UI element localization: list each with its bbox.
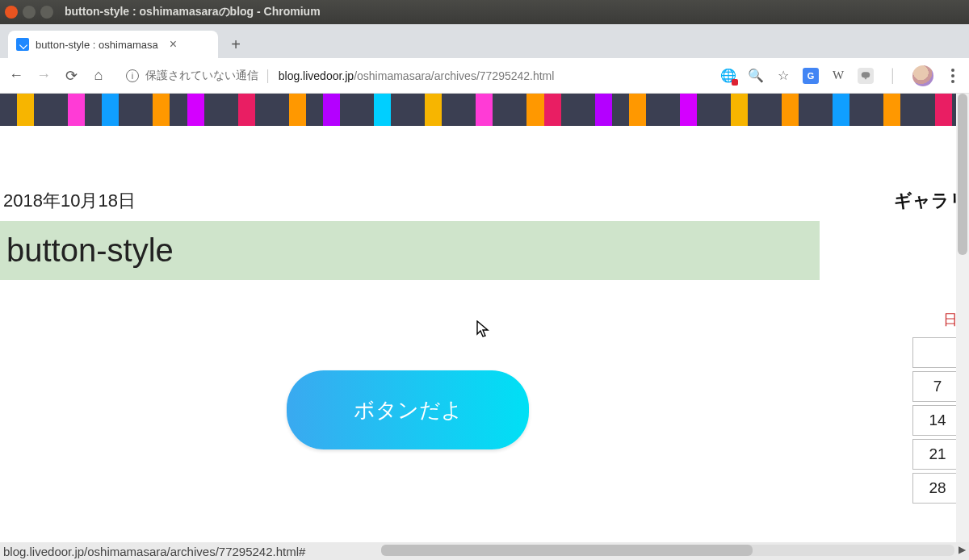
window-minimize-button[interactable]	[23, 6, 36, 19]
window-close-button[interactable]	[5, 6, 18, 19]
horizontal-scrollbar[interactable]	[381, 545, 954, 556]
calendar-cell	[912, 337, 963, 368]
url-host: blog.livedoor.jp	[279, 69, 354, 82]
chrome-menu-button[interactable]	[945, 68, 961, 84]
translate-status-icon[interactable]: 🌐	[720, 68, 736, 84]
post-title-box: button-style	[0, 221, 820, 280]
zoom-icon[interactable]: 🔍	[748, 68, 764, 84]
browser-tab[interactable]: button-style : oshimamasa ×	[8, 31, 218, 58]
security-label: 保護されていない通信	[145, 69, 258, 83]
browser-toolbar: ← → ⟳ ⌂ i 保護されていない通信 │ blog.livedoor.jp/…	[0, 58, 969, 94]
toolbar-divider: │	[885, 68, 901, 84]
vertical-scrollbar[interactable]	[956, 94, 969, 542]
main-column: 2018年10月18日 button-style ボタンだよ	[0, 126, 900, 542]
google-translate-ext-icon[interactable]: G	[803, 68, 819, 84]
demo-button[interactable]: ボタンだよ	[287, 370, 529, 449]
calendar-cell[interactable]: 21	[912, 439, 963, 470]
back-button[interactable]: ←	[8, 67, 24, 84]
new-tab-button[interactable]: +	[224, 33, 247, 56]
url-path: /oshimamasara/archives/77295242.html	[354, 69, 554, 82]
home-button[interactable]: ⌂	[90, 67, 107, 84]
calendar-cell[interactable]: 28	[912, 473, 963, 504]
toolbar-icons: 🌐 🔍 ☆ G W │	[720, 65, 961, 86]
tab-close-button[interactable]: ×	[170, 38, 177, 51]
window-title: button-style : oshimamasaraのblog - Chrom…	[65, 5, 321, 19]
bookmark-star-icon[interactable]: ☆	[775, 68, 791, 84]
demo-button-label: ボタンだよ	[354, 396, 463, 424]
wikipedia-ext-icon[interactable]: W	[830, 68, 846, 84]
post-date: 2018年10月18日	[0, 189, 900, 213]
vertical-scroll-thumb[interactable]	[958, 94, 967, 255]
mouse-cursor-icon	[476, 320, 489, 342]
status-bar: blog.livedoor.jp/oshimamasara/archives/7…	[0, 542, 969, 560]
reload-button[interactable]: ⟳	[63, 67, 79, 85]
status-link-text: blog.livedoor.jp/oshimamasara/archives/7…	[0, 545, 305, 558]
favicon-icon	[16, 38, 29, 51]
site-info-icon[interactable]: i	[126, 69, 139, 82]
tab-strip: button-style : oshimamasa × +	[0, 24, 969, 58]
calendar-cell[interactable]: 14	[912, 405, 963, 436]
page-content: 2018年10月18日 button-style ボタンだよ ギャラリ 日 71…	[0, 126, 969, 542]
horizontal-scroll-arrow-icon[interactable]: ▶	[959, 544, 966, 555]
window-title-bar: button-style : oshimamasaraのblog - Chrom…	[0, 0, 969, 24]
svg-rect-0	[862, 72, 870, 77]
address-bar[interactable]: i 保護されていない通信 │ blog.livedoor.jp/oshimama…	[118, 64, 709, 88]
horizontal-scroll-thumb[interactable]	[381, 545, 753, 556]
forward-button[interactable]: →	[36, 67, 52, 84]
line-ext-icon[interactable]	[858, 68, 874, 84]
window-maximize-button[interactable]	[40, 6, 53, 19]
calendar-cell[interactable]: 7	[912, 371, 963, 402]
profile-avatar[interactable]	[912, 65, 933, 86]
tab-title: button-style : oshimamasa	[36, 39, 158, 51]
post-title: button-style	[6, 232, 813, 269]
header-color-stripe	[0, 94, 969, 126]
